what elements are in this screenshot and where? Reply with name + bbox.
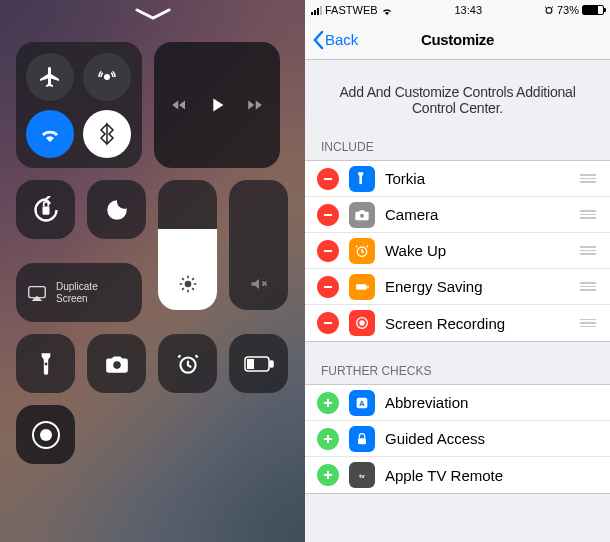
- remove-button[interactable]: [317, 312, 339, 334]
- list-item[interactable]: Energy Saving: [305, 269, 610, 305]
- svg-point-21: [359, 320, 364, 325]
- svg-text:A: A: [359, 399, 365, 408]
- alarm-button[interactable]: [158, 334, 217, 393]
- svg-rect-16: [324, 286, 332, 288]
- list-item[interactable]: AAbbreviation: [305, 385, 610, 421]
- clock-icon: [349, 238, 375, 264]
- svg-point-13: [360, 213, 364, 217]
- svg-rect-30: [324, 474, 332, 476]
- remove-button[interactable]: [317, 240, 339, 262]
- music-tile[interactable]: [154, 42, 280, 168]
- play-icon[interactable]: [206, 94, 228, 116]
- brightness-icon: [178, 274, 198, 298]
- volume-slider[interactable]: [229, 180, 288, 310]
- svg-rect-28: [358, 438, 366, 444]
- reorder-handle[interactable]: [578, 282, 598, 291]
- item-label: Apple TV Remote: [385, 467, 598, 484]
- prev-track-icon[interactable]: [170, 96, 188, 114]
- svg-rect-1: [42, 206, 49, 214]
- svg-rect-9: [247, 359, 254, 369]
- status-bar: FASTWEB 13:43 73%: [305, 0, 610, 20]
- svg-rect-11: [324, 178, 332, 180]
- svg-point-10: [546, 8, 552, 14]
- screen-record-button[interactable]: [16, 405, 75, 464]
- list-item[interactable]: Torkia: [305, 161, 610, 197]
- next-track-icon[interactable]: [246, 96, 264, 114]
- airplane-mode-button[interactable]: [26, 53, 74, 101]
- add-button[interactable]: [317, 428, 339, 450]
- svg-point-0: [104, 74, 110, 80]
- carrier-label: FASTWEB: [325, 4, 378, 16]
- further-list: AAbbreviationGuided AccesstvApple TV Rem…: [305, 384, 610, 494]
- brightness-slider[interactable]: [158, 180, 217, 310]
- screen-mirror-label: Duplicate Screen: [56, 281, 98, 305]
- add-button[interactable]: [317, 464, 339, 486]
- svg-rect-18: [367, 285, 368, 288]
- reorder-handle[interactable]: [578, 210, 598, 219]
- page-description: Add And Customize Controls Additional Co…: [305, 60, 610, 134]
- item-label: Camera: [385, 206, 568, 223]
- screen-mirroring-button[interactable]: Duplicate Screen: [16, 263, 142, 322]
- further-header: FURTHER CHECKS: [305, 358, 610, 384]
- svg-rect-27: [324, 438, 332, 440]
- svg-rect-19: [324, 322, 332, 324]
- record-icon: [349, 310, 375, 336]
- include-list: TorkiaCameraWake UpEnergy SavingScreen R…: [305, 160, 610, 342]
- wifi-status-icon: [381, 5, 393, 15]
- page-title: Customize: [421, 31, 494, 48]
- item-label: Torkia: [385, 170, 568, 187]
- low-power-button[interactable]: [229, 334, 288, 393]
- item-label: Guided Access: [385, 430, 598, 447]
- list-item[interactable]: tvApple TV Remote: [305, 457, 610, 493]
- wifi-button[interactable]: [26, 110, 74, 158]
- rotation-lock-button[interactable]: [16, 180, 75, 239]
- svg-rect-12: [324, 214, 332, 216]
- record-icon: [32, 421, 60, 449]
- svg-rect-23: [324, 402, 332, 404]
- flashlight-button[interactable]: [16, 334, 75, 393]
- include-header: INCLUDE: [305, 134, 610, 160]
- alarm-status-icon: [544, 5, 554, 15]
- battery-pct-label: 73%: [557, 4, 579, 16]
- camera-button[interactable]: [87, 334, 146, 393]
- item-label: Energy Saving: [385, 278, 568, 295]
- remove-button[interactable]: [317, 204, 339, 226]
- nav-bar: Back Customize: [305, 20, 610, 60]
- control-center-panel: Duplicate Screen: [0, 0, 305, 542]
- back-button[interactable]: Back: [311, 30, 358, 50]
- signal-icon: [311, 6, 322, 15]
- item-label: Abbreviation: [385, 394, 598, 411]
- cellular-data-button[interactable]: [83, 53, 131, 101]
- camera-icon: [349, 202, 375, 228]
- connectivity-tile: [16, 42, 142, 168]
- do-not-disturb-button[interactable]: [87, 180, 146, 239]
- svg-text:tv: tv: [359, 473, 365, 479]
- back-label: Back: [325, 31, 358, 48]
- svg-rect-14: [324, 250, 332, 252]
- lock-icon: [349, 426, 375, 452]
- svg-point-4: [44, 362, 47, 365]
- chevron-down-icon[interactable]: [16, 8, 289, 26]
- reorder-handle[interactable]: [578, 319, 598, 328]
- svg-point-3: [184, 281, 191, 288]
- remove-button[interactable]: [317, 276, 339, 298]
- remove-button[interactable]: [317, 168, 339, 190]
- reorder-handle[interactable]: [578, 174, 598, 183]
- abbr-icon: A: [349, 390, 375, 416]
- list-item[interactable]: Guided Access: [305, 421, 610, 457]
- reorder-handle[interactable]: [578, 246, 598, 255]
- flashlight-icon: [349, 166, 375, 192]
- add-button[interactable]: [317, 392, 339, 414]
- bluetooth-button[interactable]: [83, 110, 131, 158]
- svg-point-5: [113, 361, 121, 369]
- tv-icon: tv: [349, 462, 375, 488]
- list-item[interactable]: Wake Up: [305, 233, 610, 269]
- item-label: Screen Recording: [385, 315, 568, 332]
- item-label: Wake Up: [385, 242, 568, 259]
- svg-rect-17: [356, 284, 367, 289]
- list-item[interactable]: Screen Recording: [305, 305, 610, 341]
- battery-icon: [582, 5, 604, 15]
- mute-icon: [249, 274, 269, 298]
- time-label: 13:43: [455, 4, 483, 16]
- list-item[interactable]: Camera: [305, 197, 610, 233]
